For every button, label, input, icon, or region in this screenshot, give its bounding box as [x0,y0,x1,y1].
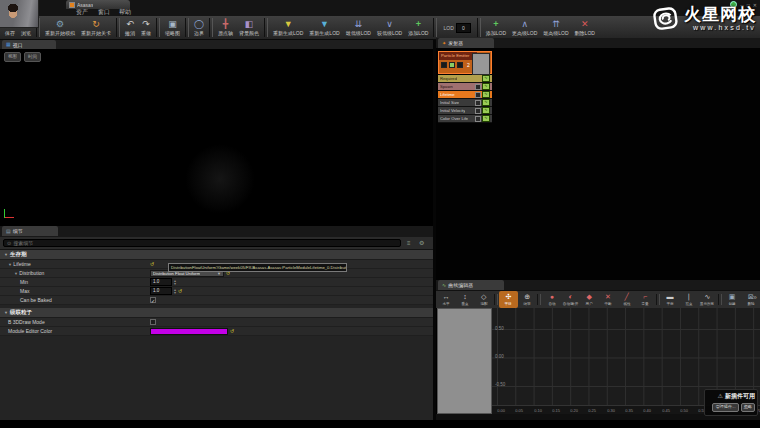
lower-lod-button[interactable]: ∨ 较低级LOD [374,16,405,39]
show-all-button[interactable]: ∿显示所有 [698,291,717,308]
row-can-be-baked[interactable]: Can be Baked ✓ [0,296,433,305]
background-color-button[interactable]: ◧ 背景颜色 [236,16,262,39]
bounds-button[interactable]: ◯ 边界 [191,16,207,39]
module-checkbox[interactable] [475,92,481,98]
fit-vertical-button[interactable]: ↕垂直 [456,291,475,308]
add-lod-before-button[interactable]: + 添加LOD [405,16,431,39]
highest-lod-icon: ⇈ [552,19,560,30]
tangent-auto-break-button[interactable]: ◐自动/断开 [561,291,580,308]
emitter-toggle-icon[interactable] [441,62,447,68]
row-3ddraw-mode[interactable]: B 3DDraw Mode [0,318,433,327]
view-options-icon[interactable]: ≡ [407,239,411,247]
tab-emitters[interactable]: ✦ 发射器 [438,38,494,48]
highest-lod-button[interactable]: ⇈ 最高级LOD [540,16,571,39]
category-lifetime[interactable]: ▼ 生存期 [0,250,433,260]
toolbar-separator [656,294,660,305]
redo-button[interactable]: ↷ 重做 [138,16,154,39]
origin-axis-button[interactable]: ╋ 原点轴 [215,16,236,39]
higher-lod-button[interactable]: ∧ 更高级LOD [509,16,540,39]
spinner-icon[interactable]: ▴▾ [174,279,176,285]
curve-icon[interactable]: ∿ [482,115,490,122]
row-module-editor-color[interactable]: Module Editor Color ↺ [0,327,433,336]
tab-curve-editor[interactable]: ∿ 曲线编辑器 [438,280,504,290]
warning-icon: ⚠ [718,393,723,400]
tab-viewport[interactable]: ▦ 视口 [2,40,56,49]
reset-to-default-icon[interactable]: ↺ [150,261,154,267]
curve-icon[interactable]: ∿ [482,83,490,90]
regen-lowest-lod-button[interactable]: ▼ 重新生成LOD [270,16,306,39]
tab-details[interactable]: ▤ 细节 [2,226,58,236]
curve-icon[interactable]: ∿ [482,99,490,106]
tangent-linear-button[interactable]: ╱线性 [617,291,636,308]
preview-viewport[interactable]: 视图 时间 [0,49,433,226]
time-menu-button[interactable]: 时间 [24,52,41,62]
regen-lod-button[interactable]: ▼ 重新生成LOD [306,16,342,39]
curve-icon[interactable]: ∿ [482,91,490,98]
settings-gear-icon[interactable]: ⚙ [419,239,424,247]
module-checkbox[interactable] [475,108,481,114]
row-max[interactable]: Max 1.0 ▴▾ ↺ [0,287,433,296]
fit-horizontal-button[interactable]: ↔水平 [437,291,456,308]
module-checkbox[interactable] [475,116,481,122]
curve-icon[interactable]: ∿ [482,107,490,114]
details-icon: ▤ [6,229,11,234]
thumbnail-button[interactable]: ▣ 缩略图 [162,16,183,39]
dismiss-button[interactable]: 忽略 [741,403,755,412]
module-checkbox[interactable] [475,84,481,90]
emitter-enabled-checkbox[interactable] [449,62,455,68]
details-search-box[interactable]: ⊙ [3,239,401,247]
asset-tab[interactable]: Asasas [66,0,130,9]
toolbar-separator [116,18,120,37]
view-menu-button[interactable]: 视图 [4,52,21,62]
chevron-down-icon: ▼ [14,271,18,276]
curve-icon[interactable]: ∿ [482,75,490,82]
lod-value-input[interactable]: 0 [456,23,471,33]
pan-mode-button[interactable]: ✣平移 [499,291,518,308]
particle-emitter-block[interactable]: Particle Emitter 2 [438,51,492,74]
undo-button[interactable]: ↶ 撤消 [122,16,138,39]
menu-window[interactable]: 窗口 [98,9,110,16]
manage-plugins-button[interactable]: 管理插件... [712,403,738,412]
spinner-icon[interactable]: ▴▾ [174,288,176,294]
module-initial-size[interactable]: Initial Size ∿ [438,99,492,107]
zoom-mode-button[interactable]: ⊕缩放 [518,291,537,308]
toolbar-overflow-button[interactable]: » [753,294,757,301]
tangent-constant-button[interactable]: ⌐常量 [636,291,655,308]
emitters-canvas[interactable]: Particle Emitter 2 Required ∿ Spawn ∿ Li… [436,48,760,280]
can-be-baked-checkbox[interactable]: ✓ [150,297,156,303]
tangent-auto-button[interactable]: ●自动 [542,291,561,308]
restart-sim-button[interactable]: ⚙ 重新开始模拟 [42,16,78,39]
emitter-solo-icon[interactable] [457,62,463,68]
create-tab-button[interactable]: ▣创建 [723,291,742,308]
fit-button[interactable]: ◇适配 [474,291,493,308]
reset-to-default-icon[interactable]: ↺ [178,288,182,294]
module-spawn[interactable]: Spawn ∿ [438,83,492,91]
add-lod-after-button[interactable]: + 添加LOD [483,16,509,39]
module-lifetime-selected[interactable]: Lifetime ∿ [438,91,492,99]
reset-to-default-icon[interactable]: ↺ [230,328,234,334]
min-value-input[interactable]: 1.0 [150,278,172,286]
flatten-button[interactable]: ▬平整 [661,291,680,308]
module-checkbox[interactable] [475,100,481,106]
tangent-user-button[interactable]: ◆用户 [580,291,599,308]
module-required[interactable]: Required ∿ [438,75,492,83]
module-initial-velocity[interactable]: Initial Velocity ∿ [438,107,492,115]
restart-level-button[interactable]: ↻ 重新开始关卡 [78,16,114,39]
menu-help[interactable]: 帮助 [119,9,131,16]
module-color-swatch[interactable] [150,328,228,335]
category-cascade[interactable]: ▼ 级联粒子 [0,308,433,318]
lowest-lod-button[interactable]: ⇊ 最低级LOD [343,16,374,39]
delete-tab-button[interactable]: ⊠删除 [741,291,760,308]
row-min[interactable]: Min 1.0 ▴▾ [0,278,433,287]
delete-lod-button[interactable]: ✕ 删除LOD [572,16,598,39]
draw-mode-checkbox[interactable] [150,319,156,325]
watermark-url: www.hxsd.tv [693,24,756,32]
tangent-break-button[interactable]: ✕中断 [599,291,618,308]
viewport-icon: ▦ [6,42,11,47]
search-input[interactable] [13,240,397,246]
menu-asset[interactable]: 资产 [76,9,88,16]
module-color-over-life[interactable]: Color Over Life ∿ [438,115,492,123]
max-value-input[interactable]: 1.0 [150,287,172,295]
curve-track-list[interactable] [437,308,492,414]
straighten-button[interactable]: ∣拉直 [679,291,698,308]
